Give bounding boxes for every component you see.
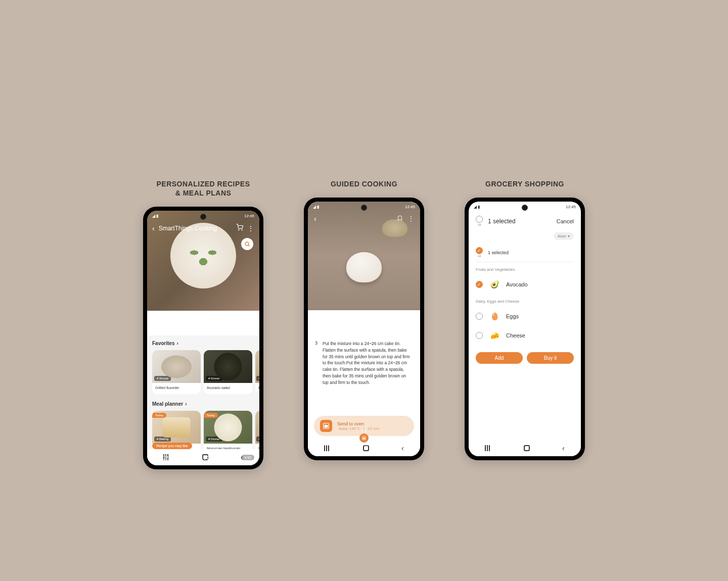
hero-counter: 1/10 — [241, 455, 254, 460]
chevron-right-icon: › — [185, 401, 187, 407]
nav-home-button[interactable] — [524, 445, 530, 451]
step-number: 3 — [315, 341, 317, 385]
section-title-cooking: GUIDED COOKING — [331, 179, 397, 188]
grocery-item[interactable]: 🥚 Eggs — [476, 307, 574, 326]
cooking-timeline[interactable]: 1 h 1 6 — [317, 429, 411, 451]
select-all-checked[interactable] — [476, 247, 483, 254]
add-button[interactable]: Add — [476, 352, 523, 364]
svg-point-8 — [326, 424, 326, 424]
svg-rect-6 — [325, 425, 328, 427]
android-nav-bar: ‹ — [469, 440, 581, 456]
time-duration: 1 h — [317, 429, 411, 432]
cheese-icon: 🧀 — [489, 330, 500, 341]
eggs-icon: 🥚 — [489, 311, 500, 322]
chevron-down-icon: ▾ — [568, 234, 570, 238]
phone-grocery: ◢ ▮ 12:45 All 1 selected Cancel — [465, 198, 585, 460]
item-name: Eggs — [506, 313, 519, 319]
svg-point-0 — [239, 230, 239, 230]
battery-icon: ▮ — [478, 205, 480, 209]
select-all-radio[interactable] — [476, 216, 483, 223]
buy-button[interactable]: Buy it — [527, 352, 574, 364]
more-icon[interactable]: ⋮ — [408, 215, 414, 223]
timeline-end: 6 — [409, 448, 411, 451]
chevron-right-icon: › — [176, 341, 178, 346]
summary-count: 1 selected — [488, 250, 509, 255]
status-time: 12:45 — [405, 205, 415, 209]
signal-icon: ◢ — [313, 205, 316, 209]
tag-dinner: # Dinner — [206, 376, 222, 381]
aisle-dropdown[interactable]: Aisle ▾ — [554, 232, 574, 240]
svg-rect-4 — [363, 438, 365, 439]
svg-point-7 — [325, 424, 325, 424]
svg-point-2 — [245, 242, 249, 246]
back-button[interactable]: ‹ — [152, 224, 155, 232]
recipe-badge: Recipe you may like — [152, 443, 192, 449]
selected-count: 1 selected — [488, 218, 552, 225]
item-checkbox[interactable] — [476, 332, 483, 339]
grocery-item[interactable]: 🥑 Avocado — [476, 275, 574, 294]
status-time: 12:45 — [566, 205, 576, 209]
bookmark-icon[interactable] — [397, 215, 403, 223]
recipe-card[interactable]: # Simple Grilled flounder — [152, 350, 201, 394]
category-fruits: Fruits and Vegetables — [476, 267, 574, 272]
today-badge: Today — [204, 413, 218, 418]
signal-icon: ◢ — [152, 214, 155, 218]
oven-icon — [359, 433, 369, 443]
battery-icon: ▮ — [156, 214, 158, 218]
svg-point-1 — [242, 230, 242, 230]
item-checkbox[interactable] — [476, 281, 483, 288]
battery-icon: ▮ — [317, 205, 319, 209]
step-instructions: Put the mixture into a 24~26 cm cake tin… — [323, 341, 413, 385]
timeline-start: 1 — [317, 448, 319, 451]
status-bar: ◢ ▮ 12:45 — [308, 202, 420, 212]
avocado-icon: 🥑 — [489, 279, 500, 290]
tag-simple: # Simple — [154, 376, 171, 381]
grocery-item[interactable]: 🧀 Cheese — [476, 326, 574, 345]
back-button[interactable]: ‹ — [314, 215, 316, 223]
recipe-card[interactable]: # Bac — [255, 350, 259, 394]
item-checkbox[interactable] — [476, 313, 483, 320]
category-dairy: Dairy, Eggs and Cheese — [476, 299, 574, 304]
hero-recipe-title: Baked eggs in avocado — [152, 453, 226, 461]
status-time: 12:45 — [244, 214, 254, 218]
tag-dinner: # Dinner — [206, 437, 222, 442]
status-bar: ◢ ▮ 12:45 — [469, 202, 581, 212]
more-icon[interactable]: ⋮ — [247, 224, 254, 232]
all-label: All — [478, 255, 481, 258]
meal-planner-header[interactable]: Meal planner › — [152, 401, 259, 407]
section-title-recipes: PERSONALIZED RECIPES & MEAL PLANS — [156, 179, 250, 198]
item-name: Cheese — [506, 332, 525, 338]
all-label: All — [478, 223, 481, 226]
signal-icon: ◢ — [474, 205, 477, 209]
today-badge: Today — [152, 413, 166, 418]
item-name: Avocado — [506, 281, 528, 287]
card-name: Grilled flounder — [152, 383, 201, 394]
favorites-header[interactable]: Favorites › — [152, 341, 259, 346]
nav-recent-button[interactable] — [485, 445, 491, 451]
tag-baking: # Baking — [154, 437, 171, 442]
phone-cooking: ◢ ▮ 12:45 ‹ ⋮ — [304, 198, 424, 460]
recipe-card[interactable]: # Dinner Avocado salad — [204, 350, 252, 394]
section-title-grocery: GROCERY SHOPPING — [485, 179, 564, 188]
cart-icon[interactable] — [236, 224, 243, 232]
nav-back-button[interactable]: ‹ — [562, 444, 565, 452]
status-bar: ◢ ▮ 12:45 — [147, 211, 259, 221]
card-name: Bac — [255, 383, 259, 394]
app-title: SmartThings Cooking — [159, 225, 232, 232]
card-name: Avocado salad — [204, 383, 252, 394]
phone-recipes: ◢ ▮ 12:45 ‹ SmartThings Cooking ⋮ — [143, 207, 263, 469]
cancel-button[interactable]: Cancel — [557, 218, 574, 224]
send-title: Send to oven — [337, 421, 381, 426]
